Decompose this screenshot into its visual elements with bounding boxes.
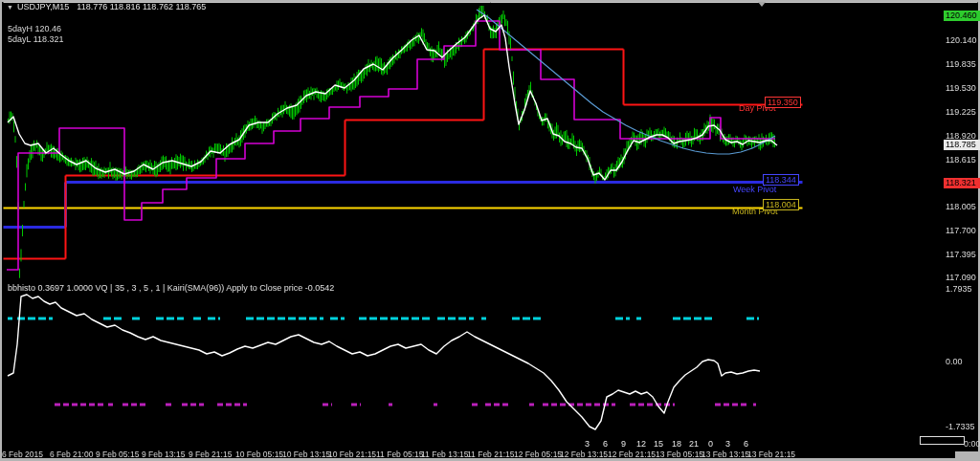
- current-period-marker-icon: [758, 2, 766, 7]
- time-axis-label: 12 Feb 21:15: [608, 450, 656, 459]
- time-axis-label: 9 Feb 13:15: [142, 450, 185, 459]
- hour-axis-label: 6: [603, 439, 608, 449]
- price-axis-label: 118.005: [944, 202, 980, 212]
- symbol-dropdown-icon[interactable]: ▼: [7, 4, 13, 11]
- scrollbar-thumb[interactable]: [920, 436, 965, 445]
- time-axis-label: 6 Feb 2015: [2, 450, 43, 459]
- time-axis-label: 9 Feb 05:15: [96, 450, 139, 459]
- price-axis-label: 118.615: [944, 155, 980, 165]
- time-axis-label: 10 Feb 21:15: [328, 450, 376, 459]
- sub-axis-label: 0.00: [944, 357, 980, 367]
- week-pivot-value: 118.344: [763, 174, 799, 186]
- five-day-high-label: 5dayH 120.46: [8, 24, 61, 34]
- sub-axis-label: 1.7935: [944, 284, 980, 295]
- time-axis-label: 13 Feb 13:15: [702, 450, 749, 459]
- price-axis-label: 117.700: [944, 226, 980, 236]
- symbol-period-label: USDJPY,M15: [17, 2, 69, 11]
- price-axis-label: 120.460: [944, 11, 980, 21]
- time-axis-label: 9 Feb 21:15: [189, 450, 232, 459]
- time-axis-label: 12 Feb 05:15: [514, 450, 562, 459]
- scrollbar-corner: [955, 451, 980, 461]
- price-axis-label: 119.225: [944, 107, 980, 118]
- hour-axis-label: 21: [689, 439, 699, 449]
- price-axis-label: 119.530: [944, 83, 980, 94]
- time-axis-label: 12 Feb 13:15: [560, 450, 608, 459]
- sub-axis-label: -1.7335: [944, 422, 980, 432]
- time-axis-label: 13 Feb 21:15: [747, 450, 795, 459]
- time-axis-label: 11 Feb 21:15: [467, 450, 514, 459]
- hour-axis-label: 15: [654, 439, 663, 449]
- price-axis-label: 119.835: [944, 59, 980, 70]
- time-axis-label: 13 Feb 05:15: [656, 450, 703, 459]
- hour-axis-label: 12: [636, 439, 646, 449]
- hour-axis-label: 9: [621, 439, 626, 449]
- price-axis-label: 118.321: [944, 178, 980, 188]
- chart-title: ▼USDJPY,M15118.776 118.816 118.762 118.7…: [7, 2, 206, 12]
- day-pivot-value: 119.350: [765, 97, 801, 108]
- time-axis-label: 6 Feb 21:00: [50, 450, 93, 459]
- price-axis-label: 117.090: [944, 273, 980, 283]
- time-axis-label: 10 Feb 13:15: [282, 450, 330, 459]
- time-axis-label: 10 Feb 05:15: [235, 450, 283, 459]
- corner-time-label: 0:00: [964, 439, 980, 449]
- month-pivot-value: 118.004: [763, 199, 799, 210]
- week-pivot-label: Week Pivot: [733, 185, 776, 194]
- time-axis-label: 11 Feb 05:15: [376, 450, 423, 459]
- hour-axis-label: 3: [725, 439, 730, 449]
- mt4-chart-window: ▼USDJPY,M15118.776 118.816 118.762 118.7…: [0, 0, 980, 461]
- hour-axis-label: 0: [708, 439, 713, 449]
- time-axis-label: 11 Feb 13:15: [421, 450, 468, 459]
- price-axis-label: 120.140: [944, 35, 980, 46]
- hour-axis-label: 6: [744, 439, 748, 449]
- chart-canvas[interactable]: [0, 0, 980, 461]
- hour-axis-label: 3: [585, 439, 590, 449]
- five-day-low-label: 5dayL 118.321: [8, 34, 64, 45]
- price-axis-label: 117.395: [944, 250, 980, 260]
- price-axis-label: 118.785: [944, 140, 980, 150]
- hour-axis-label: 18: [672, 439, 681, 449]
- indicator-title: bbhisto 0.3697 1.0000 VQ | 35 , 3 , 5 , …: [8, 283, 334, 294]
- ohlc-values: 118.776 118.816 118.762 118.765: [77, 2, 206, 11]
